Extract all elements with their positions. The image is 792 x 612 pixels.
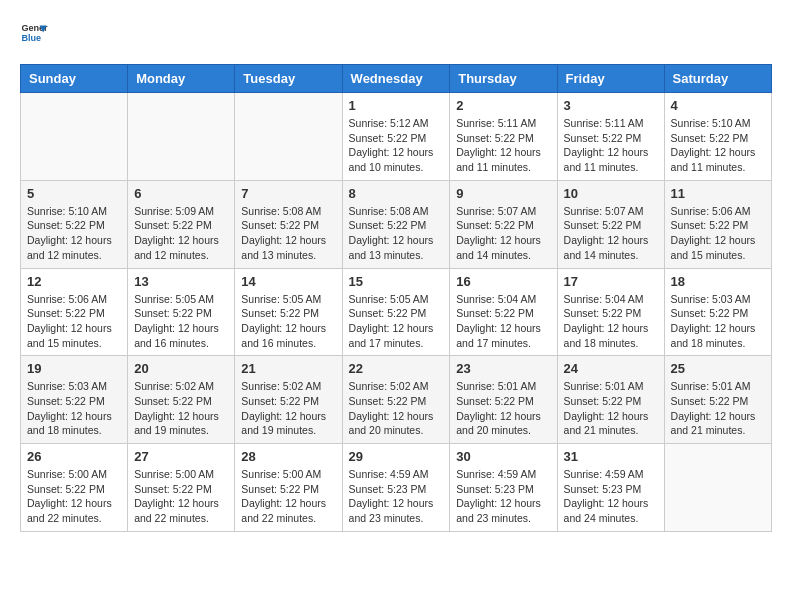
- day-info: Sunrise: 5:07 AM Sunset: 5:22 PM Dayligh…: [564, 204, 658, 263]
- table-row: [128, 93, 235, 181]
- table-row: 3Sunrise: 5:11 AM Sunset: 5:22 PM Daylig…: [557, 93, 664, 181]
- day-info: Sunrise: 5:04 AM Sunset: 5:22 PM Dayligh…: [564, 292, 658, 351]
- calendar-header-row: SundayMondayTuesdayWednesdayThursdayFrid…: [21, 65, 772, 93]
- svg-text:Blue: Blue: [21, 33, 41, 43]
- table-row: [235, 93, 342, 181]
- table-row: [21, 93, 128, 181]
- day-number: 7: [241, 186, 335, 201]
- day-number: 29: [349, 449, 444, 464]
- day-info: Sunrise: 5:11 AM Sunset: 5:22 PM Dayligh…: [456, 116, 550, 175]
- day-number: 4: [671, 98, 765, 113]
- table-row: 28Sunrise: 5:00 AM Sunset: 5:22 PM Dayli…: [235, 444, 342, 532]
- day-number: 24: [564, 361, 658, 376]
- day-number: 8: [349, 186, 444, 201]
- day-number: 26: [27, 449, 121, 464]
- table-row: 9Sunrise: 5:07 AM Sunset: 5:22 PM Daylig…: [450, 180, 557, 268]
- day-info: Sunrise: 5:08 AM Sunset: 5:22 PM Dayligh…: [241, 204, 335, 263]
- table-row: 13Sunrise: 5:05 AM Sunset: 5:22 PM Dayli…: [128, 268, 235, 356]
- day-number: 20: [134, 361, 228, 376]
- calendar-week-5: 26Sunrise: 5:00 AM Sunset: 5:22 PM Dayli…: [21, 444, 772, 532]
- day-number: 18: [671, 274, 765, 289]
- day-number: 17: [564, 274, 658, 289]
- calendar-week-3: 12Sunrise: 5:06 AM Sunset: 5:22 PM Dayli…: [21, 268, 772, 356]
- day-info: Sunrise: 5:00 AM Sunset: 5:22 PM Dayligh…: [241, 467, 335, 526]
- table-row: 5Sunrise: 5:10 AM Sunset: 5:22 PM Daylig…: [21, 180, 128, 268]
- day-number: 12: [27, 274, 121, 289]
- day-number: 14: [241, 274, 335, 289]
- table-row: 11Sunrise: 5:06 AM Sunset: 5:22 PM Dayli…: [664, 180, 771, 268]
- day-info: Sunrise: 5:10 AM Sunset: 5:22 PM Dayligh…: [27, 204, 121, 263]
- day-info: Sunrise: 5:05 AM Sunset: 5:22 PM Dayligh…: [349, 292, 444, 351]
- day-number: 1: [349, 98, 444, 113]
- table-row: 31Sunrise: 4:59 AM Sunset: 5:23 PM Dayli…: [557, 444, 664, 532]
- day-number: 21: [241, 361, 335, 376]
- day-info: Sunrise: 4:59 AM Sunset: 5:23 PM Dayligh…: [456, 467, 550, 526]
- day-number: 19: [27, 361, 121, 376]
- day-number: 15: [349, 274, 444, 289]
- day-number: 13: [134, 274, 228, 289]
- day-header-friday: Friday: [557, 65, 664, 93]
- logo: General Blue: [20, 20, 48, 48]
- day-info: Sunrise: 5:05 AM Sunset: 5:22 PM Dayligh…: [241, 292, 335, 351]
- day-number: 16: [456, 274, 550, 289]
- day-info: Sunrise: 5:11 AM Sunset: 5:22 PM Dayligh…: [564, 116, 658, 175]
- day-info: Sunrise: 5:12 AM Sunset: 5:22 PM Dayligh…: [349, 116, 444, 175]
- day-number: 5: [27, 186, 121, 201]
- table-row: 15Sunrise: 5:05 AM Sunset: 5:22 PM Dayli…: [342, 268, 450, 356]
- logo-icon: General Blue: [20, 20, 48, 48]
- day-number: 2: [456, 98, 550, 113]
- day-info: Sunrise: 5:00 AM Sunset: 5:22 PM Dayligh…: [27, 467, 121, 526]
- day-number: 6: [134, 186, 228, 201]
- day-info: Sunrise: 5:05 AM Sunset: 5:22 PM Dayligh…: [134, 292, 228, 351]
- day-info: Sunrise: 5:02 AM Sunset: 5:22 PM Dayligh…: [349, 379, 444, 438]
- day-number: 10: [564, 186, 658, 201]
- day-header-monday: Monday: [128, 65, 235, 93]
- day-info: Sunrise: 5:02 AM Sunset: 5:22 PM Dayligh…: [134, 379, 228, 438]
- table-row: 2Sunrise: 5:11 AM Sunset: 5:22 PM Daylig…: [450, 93, 557, 181]
- day-info: Sunrise: 5:01 AM Sunset: 5:22 PM Dayligh…: [564, 379, 658, 438]
- day-number: 9: [456, 186, 550, 201]
- table-row: 24Sunrise: 5:01 AM Sunset: 5:22 PM Dayli…: [557, 356, 664, 444]
- table-row: 18Sunrise: 5:03 AM Sunset: 5:22 PM Dayli…: [664, 268, 771, 356]
- table-row: 8Sunrise: 5:08 AM Sunset: 5:22 PM Daylig…: [342, 180, 450, 268]
- table-row: 7Sunrise: 5:08 AM Sunset: 5:22 PM Daylig…: [235, 180, 342, 268]
- table-row: 17Sunrise: 5:04 AM Sunset: 5:22 PM Dayli…: [557, 268, 664, 356]
- calendar-week-2: 5Sunrise: 5:10 AM Sunset: 5:22 PM Daylig…: [21, 180, 772, 268]
- table-row: 21Sunrise: 5:02 AM Sunset: 5:22 PM Dayli…: [235, 356, 342, 444]
- day-info: Sunrise: 5:08 AM Sunset: 5:22 PM Dayligh…: [349, 204, 444, 263]
- table-row: 22Sunrise: 5:02 AM Sunset: 5:22 PM Dayli…: [342, 356, 450, 444]
- day-info: Sunrise: 5:01 AM Sunset: 5:22 PM Dayligh…: [671, 379, 765, 438]
- day-info: Sunrise: 5:04 AM Sunset: 5:22 PM Dayligh…: [456, 292, 550, 351]
- day-number: 31: [564, 449, 658, 464]
- table-row: 4Sunrise: 5:10 AM Sunset: 5:22 PM Daylig…: [664, 93, 771, 181]
- table-row: 25Sunrise: 5:01 AM Sunset: 5:22 PM Dayli…: [664, 356, 771, 444]
- table-row: 10Sunrise: 5:07 AM Sunset: 5:22 PM Dayli…: [557, 180, 664, 268]
- table-row: 29Sunrise: 4:59 AM Sunset: 5:23 PM Dayli…: [342, 444, 450, 532]
- table-row: 14Sunrise: 5:05 AM Sunset: 5:22 PM Dayli…: [235, 268, 342, 356]
- day-number: 11: [671, 186, 765, 201]
- calendar-week-1: 1Sunrise: 5:12 AM Sunset: 5:22 PM Daylig…: [21, 93, 772, 181]
- table-row: 20Sunrise: 5:02 AM Sunset: 5:22 PM Dayli…: [128, 356, 235, 444]
- table-row: 6Sunrise: 5:09 AM Sunset: 5:22 PM Daylig…: [128, 180, 235, 268]
- day-info: Sunrise: 5:02 AM Sunset: 5:22 PM Dayligh…: [241, 379, 335, 438]
- day-number: 3: [564, 98, 658, 113]
- day-info: Sunrise: 5:03 AM Sunset: 5:22 PM Dayligh…: [27, 379, 121, 438]
- calendar: SundayMondayTuesdayWednesdayThursdayFrid…: [20, 64, 772, 532]
- page-header: General Blue: [20, 20, 772, 48]
- day-number: 27: [134, 449, 228, 464]
- day-header-wednesday: Wednesday: [342, 65, 450, 93]
- day-header-thursday: Thursday: [450, 65, 557, 93]
- day-info: Sunrise: 4:59 AM Sunset: 5:23 PM Dayligh…: [349, 467, 444, 526]
- day-info: Sunrise: 5:09 AM Sunset: 5:22 PM Dayligh…: [134, 204, 228, 263]
- day-number: 23: [456, 361, 550, 376]
- day-header-sunday: Sunday: [21, 65, 128, 93]
- table-row: 16Sunrise: 5:04 AM Sunset: 5:22 PM Dayli…: [450, 268, 557, 356]
- day-info: Sunrise: 5:06 AM Sunset: 5:22 PM Dayligh…: [27, 292, 121, 351]
- calendar-week-4: 19Sunrise: 5:03 AM Sunset: 5:22 PM Dayli…: [21, 356, 772, 444]
- day-info: Sunrise: 5:00 AM Sunset: 5:22 PM Dayligh…: [134, 467, 228, 526]
- table-row: 27Sunrise: 5:00 AM Sunset: 5:22 PM Dayli…: [128, 444, 235, 532]
- table-row: [664, 444, 771, 532]
- table-row: 1Sunrise: 5:12 AM Sunset: 5:22 PM Daylig…: [342, 93, 450, 181]
- day-number: 25: [671, 361, 765, 376]
- day-header-saturday: Saturday: [664, 65, 771, 93]
